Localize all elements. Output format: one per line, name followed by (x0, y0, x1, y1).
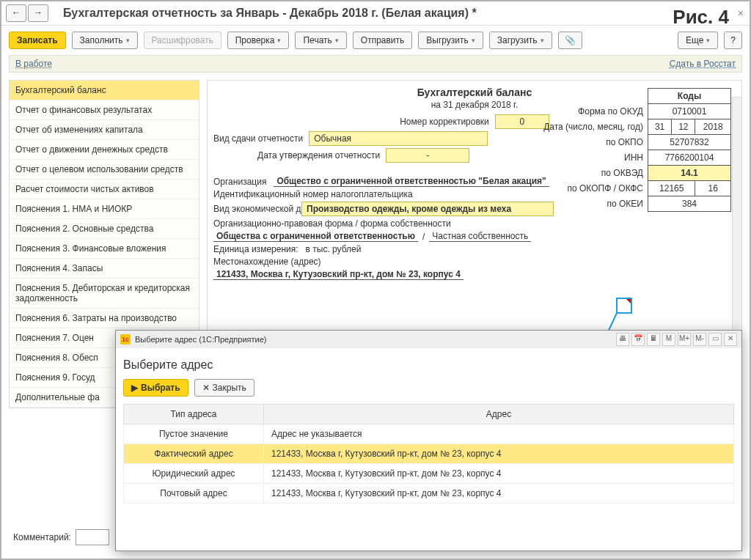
opf2: Частная собственность (429, 231, 531, 242)
addr-value: 121433, Москва г, Кутузовский пр-кт, дом… (213, 269, 464, 280)
calendar-icon[interactable]: 📅 (631, 333, 645, 346)
comment-row: Комментарий: (13, 529, 109, 545)
fill-button[interactable]: Заполнить ▾ (72, 32, 138, 49)
col-type: Тип адреса (124, 405, 264, 424)
activity-label: Вид экономической деятельности (213, 204, 294, 214)
okei: 384 (648, 196, 731, 212)
okei-label: по ОКЕИ (539, 196, 648, 212)
date-label: Дата (число, месяц, год) (539, 119, 648, 135)
unit-value: в тыс. рублей (306, 244, 362, 254)
opf-sep: / (422, 232, 425, 242)
app-icon: 1c (120, 334, 131, 345)
sidebar-item[interactable]: Расчет стоимости чистых активов (10, 180, 199, 199)
corr-label: Номер корректировки (400, 117, 489, 127)
address-picker-button[interactable] (616, 298, 632, 314)
sidebar-item[interactable]: Пояснения 3. Финансовые вложения (10, 239, 199, 259)
sidebar-item[interactable]: Отчет о финансовых результатах (10, 100, 199, 120)
okpo: 52707832 (648, 135, 731, 150)
org-label: Организация (213, 177, 266, 187)
date-y: 2018 (695, 119, 731, 135)
sidebar-item[interactable]: Отчет о целевом использовании средств (10, 160, 199, 180)
help-button[interactable]: ? (724, 32, 742, 49)
more-button[interactable]: Еще ▾ (678, 32, 718, 49)
unit-label: Единица измерения: (213, 244, 298, 254)
nav-back-button[interactable]: ← (6, 4, 26, 22)
codes-header: Коды (648, 89, 731, 104)
nav-fwd-button[interactable]: → (28, 4, 48, 22)
comment-label: Комментарий: (13, 532, 71, 542)
table-row[interactable]: Юридический адрес121433, Москва г, Кутуз… (124, 464, 734, 484)
send-button[interactable]: Отправить (353, 32, 413, 49)
approve-label: Дата утверждения отчетности (257, 150, 380, 161)
check-button[interactable]: Проверка ▾ (227, 32, 290, 49)
dlg-close-icon[interactable]: ✕ (724, 333, 737, 346)
table-row[interactable]: Почтовый адрес121433, Москва г, Кутузовс… (124, 484, 734, 504)
select-button[interactable]: ▶ Выбрать (123, 379, 188, 397)
status-link[interactable]: В работе (15, 59, 52, 69)
okfs: 16 (695, 181, 731, 196)
save-button[interactable]: Записать (9, 32, 66, 49)
mode-label: Вид сдачи отчетности (213, 133, 303, 144)
mplus-icon[interactable]: M+ (678, 333, 691, 346)
close-icon[interactable]: × (738, 7, 744, 19)
sidebar-item[interactable]: Пояснения 2. Основные средства (10, 219, 199, 239)
inn: 7766200104 (648, 150, 731, 166)
m-icon[interactable]: M (662, 333, 675, 346)
calc-icon[interactable]: 🖩 (647, 333, 660, 346)
address-dialog: 1c Выберите адрес (1С:Предприятие) 🖶 📅 🖩… (115, 330, 742, 551)
mode-field[interactable]: Обычная (309, 131, 488, 146)
sidebar-item[interactable]: Пояснения 5. Дебиторская и кредиторская … (10, 279, 199, 309)
okopf: 12165 (648, 181, 695, 196)
activity-field[interactable]: Производство одежды, кроме одежды из мех… (301, 202, 554, 216)
attach-icon[interactable]: 📎 (558, 32, 582, 49)
date-m: 12 (672, 119, 695, 135)
innc-label: ИНН (539, 150, 648, 166)
sidebar-item[interactable]: Отчет о движении денежных средств (10, 140, 199, 160)
sidebar-item[interactable]: Пояснения 4. Запасы (10, 259, 199, 279)
titlebar: ← → Бухгалтерская отчетность за Январь -… (1, 1, 750, 26)
okpo-label: по ОКПО (539, 135, 648, 150)
sidebar-item[interactable]: Пояснения 6. Затраты на производство (10, 309, 199, 328)
download-button[interactable]: Загрузить ▾ (489, 32, 552, 49)
sidebar-item[interactable]: Пояснения 1. НМА и НИОКР (10, 199, 199, 219)
decode-button: Расшифровать (144, 32, 221, 49)
addr-label: Местонахождение (адрес) (213, 257, 321, 267)
dialog-caption: Выберите адрес (1С:Предприятие) (135, 335, 266, 344)
table-row[interactable]: Фактический адрес121433, Москва г, Кутуз… (124, 444, 734, 464)
dlg-min-icon[interactable]: ▭ (708, 333, 722, 346)
okud-label: Форма по ОКУД (539, 104, 648, 119)
sidebar-item[interactable]: Отчет об изменениях капитала (10, 120, 199, 140)
dialog-titlebar: 1c Выберите адрес (1С:Предприятие) 🖶 📅 🖩… (116, 331, 741, 348)
close-button[interactable]: ✕ Закрыть (194, 379, 254, 397)
toolbar: Записать Заполнить ▾ Расшифровать Провер… (1, 26, 750, 55)
sidebar-item[interactable]: Бухгалтерский баланс (10, 81, 199, 100)
inn-label: Идентификационный номер налогоплательщик… (213, 189, 413, 199)
address-table: Тип адресаАдрес Пустое значениеАдрес не … (123, 404, 734, 504)
col-addr: Адрес (264, 405, 734, 424)
figure-label: Рис. 4 (673, 6, 729, 29)
status-bar: В работе Сдать в Росстат (9, 55, 742, 73)
print-button[interactable]: Печать ▾ (295, 32, 346, 49)
upload-button[interactable]: Выгрузить ▾ (418, 32, 483, 49)
date-d: 31 (648, 119, 672, 135)
dialog-heading: Выберите адрес (123, 358, 734, 372)
okopf-label: по ОКОПФ / ОКФС (539, 181, 648, 196)
okved[interactable]: 14.1 (648, 166, 731, 181)
comment-input[interactable] (76, 529, 109, 545)
okved-label: по ОКВЭД (539, 166, 648, 181)
table-row[interactable]: Пустое значениеАдрес не указывается (124, 424, 734, 444)
okud: 0710001 (648, 104, 731, 119)
window-title: Бухгалтерская отчетность за Январь - Дек… (63, 7, 477, 20)
opf1: Общества с ограниченной ответственностью (213, 231, 418, 242)
org-value: Общество с ограниченной ответственностью… (274, 176, 549, 187)
mminus-icon[interactable]: M- (693, 333, 706, 346)
codes-table: Коды Форма по ОКУД0710001 Дата (число, м… (539, 88, 731, 212)
print-icon[interactable]: 🖶 (616, 333, 629, 346)
approve-field[interactable]: - (386, 148, 469, 163)
opf-label: Организационно-правовая форма / форма со… (213, 218, 451, 229)
submit-link[interactable]: Сдать в Росстат (670, 59, 736, 69)
